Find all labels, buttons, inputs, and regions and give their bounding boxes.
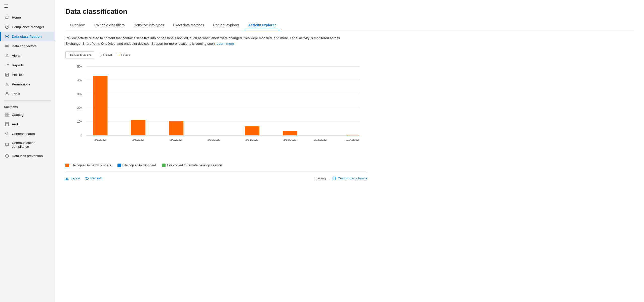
loading-status: Loading... (314, 176, 329, 180)
sidebar-item-label: Reports (12, 63, 24, 67)
svg-rect-42 (333, 177, 334, 180)
export-label: Export (70, 176, 80, 180)
reset-icon (98, 53, 102, 57)
built-in-filters-button[interactable]: Built-in filters ▾ (65, 51, 94, 59)
activity-chart: 50k 40k 30k 20k 10k 0 2/7/2022 (65, 64, 367, 159)
bottom-right-actions: Loading... Customize columns (314, 176, 367, 180)
legend-color-remote-desktop (162, 164, 166, 167)
content-search-icon (5, 131, 9, 136)
bottom-action-bar: Export Refresh Loading... (65, 172, 367, 182)
sidebar-item-label: Catalog (12, 113, 24, 117)
sidebar-item-data-connectors[interactable]: Data connectors (0, 41, 55, 51)
svg-text:2/13/2022: 2/13/2022 (314, 138, 327, 141)
svg-text:2/7/2022: 2/7/2022 (94, 138, 106, 141)
svg-text:50k: 50k (77, 65, 83, 68)
built-in-filters-label: Built-in filters (69, 53, 88, 57)
sidebar-item-communication-compliance[interactable]: Communication compliance (0, 138, 55, 151)
legend-item-clipboard: File copied to clipboard (117, 163, 156, 167)
tab-overview[interactable]: Overview (65, 21, 89, 30)
svg-text:40k: 40k (77, 79, 83, 82)
home-icon (5, 15, 9, 20)
svg-rect-16 (7, 115, 9, 116)
bar-2-14 (346, 135, 358, 135)
svg-rect-3 (5, 45, 7, 47)
sidebar-item-trials[interactable]: Trials (0, 89, 55, 98)
svg-line-21 (8, 134, 9, 135)
compliance-icon (5, 25, 9, 29)
tab-sensitive-info-types[interactable]: Sensitive info types (129, 21, 169, 30)
refresh-icon (85, 177, 89, 180)
tab-content-explorer[interactable]: Content explorer (209, 21, 244, 30)
reset-label: Reset (103, 53, 112, 57)
bar-2-8 (131, 120, 145, 135)
legend-color-clipboard (117, 164, 121, 167)
sidebar-item-content-search[interactable]: Content search (0, 129, 55, 138)
alerts-icon (5, 53, 9, 58)
filters-button[interactable]: Filters (116, 53, 130, 57)
sidebar-item-home[interactable]: Home (0, 13, 55, 22)
sidebar-item-label: Home (12, 16, 21, 19)
filter-bar: Built-in filters ▾ Reset Filters (65, 51, 634, 59)
export-icon (65, 177, 69, 180)
sidebar-item-label: Alerts (12, 54, 21, 58)
svg-point-20 (6, 132, 8, 134)
svg-point-6 (7, 56, 7, 56)
catalog-icon (5, 112, 9, 117)
learn-more-link[interactable]: Learn more (217, 42, 234, 45)
reports-icon (5, 63, 9, 67)
sidebar-item-reports[interactable]: Reports (0, 60, 55, 70)
sidebar-nav-items: Home Compliance Manager Data classificat… (0, 13, 55, 98)
svg-text:2/12/2022: 2/12/2022 (284, 138, 297, 141)
sidebar-item-permissions[interactable]: Permissions (0, 79, 55, 89)
bar-2-7 (93, 76, 107, 135)
chart-legend: File copied to network share File copied… (65, 163, 634, 167)
customize-columns-icon (333, 177, 336, 180)
refresh-label: Refresh (90, 176, 102, 180)
customize-columns-button[interactable]: Customize columns (333, 176, 367, 180)
tabs-bar: Overview Trainable classifiers Sensitive… (65, 21, 634, 30)
svg-rect-15 (5, 115, 7, 116)
sidebar-item-label: Communication compliance (12, 141, 51, 148)
svg-text:0: 0 (80, 134, 82, 137)
refresh-button[interactable]: Refresh (85, 175, 102, 181)
sidebar-item-label: Audit (12, 122, 20, 126)
main-content-area: Data classification Overview Trainable c… (55, 0, 644, 302)
sidebar-item-policies[interactable]: Policies (0, 70, 55, 79)
svg-rect-14 (7, 113, 9, 114)
sidebar-item-audit[interactable]: Audit (0, 119, 55, 129)
sidebar-item-data-loss-prevention[interactable]: Data loss prevention (0, 151, 55, 161)
sidebar-item-label: Data classification (12, 35, 42, 38)
solutions-section-label: Solutions (0, 103, 55, 110)
svg-point-11 (6, 83, 8, 84)
bar-2-12 (283, 131, 297, 135)
sidebar-item-label: Policies (12, 73, 24, 77)
sidebar-item-alerts[interactable]: Alerts (0, 51, 55, 60)
svg-rect-43 (334, 177, 335, 180)
sidebar-item-data-classification[interactable]: Data classification (0, 32, 55, 41)
bar-chart-svg: 50k 40k 30k 20k 10k 0 2/7/2022 (65, 64, 367, 159)
sidebar-item-label: Permissions (12, 82, 30, 86)
svg-rect-44 (335, 177, 336, 180)
svg-text:2/9/2022: 2/9/2022 (170, 138, 182, 141)
export-button[interactable]: Export (65, 175, 80, 181)
sidebar-item-label: Data loss prevention (12, 154, 43, 158)
svg-rect-13 (5, 113, 7, 114)
legend-label-clipboard: File copied to clipboard (123, 163, 156, 167)
tab-trainable-classifiers[interactable]: Trainable classifiers (89, 21, 129, 30)
page-title: Data classification (65, 8, 634, 16)
legend-item-remote-desktop: File copied to remote desktop session (162, 163, 222, 167)
bar-2-11 (245, 126, 259, 135)
tab-activity-explorer[interactable]: Activity explorer (244, 21, 280, 30)
bar-2-9 (169, 121, 183, 135)
sidebar-header: ☰ (0, 0, 55, 13)
svg-text:30k: 30k (77, 92, 83, 96)
legend-label-network-share: File copied to network share (70, 163, 111, 167)
sidebar-item-catalog[interactable]: Catalog (0, 110, 55, 119)
dlp-icon (5, 154, 9, 158)
hamburger-icon[interactable]: ☰ (4, 4, 8, 9)
comm-compliance-icon (5, 142, 9, 147)
sidebar-item-compliance-manager[interactable]: Compliance Manager (0, 22, 55, 32)
tab-exact-data-matches[interactable]: Exact data matches (169, 21, 209, 30)
svg-text:20k: 20k (77, 106, 83, 110)
reset-button[interactable]: Reset (98, 53, 112, 57)
